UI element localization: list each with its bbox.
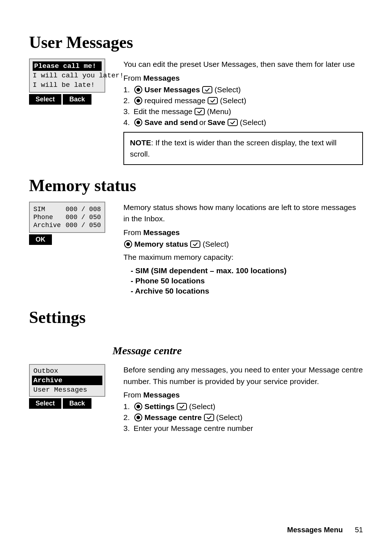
from-bold-3: Messages xyxy=(143,391,180,399)
footer-page-number: 51 xyxy=(355,526,363,534)
section-title-memory-status: Memory status xyxy=(29,176,363,195)
section-title-user-messages: User Messages xyxy=(29,33,363,52)
svg-rect-3 xyxy=(228,119,237,126)
user-messages-buttons: Select Back xyxy=(29,94,113,105)
from-label-1: From xyxy=(123,74,143,82)
svg-rect-6 xyxy=(204,414,214,421)
memory-label-phone: Phone xyxy=(33,214,53,221)
memory-status-description: Memory status shows how many locations a… xyxy=(123,202,363,225)
svg-rect-0 xyxy=(203,86,212,93)
mc-back-button[interactable]: Back xyxy=(63,398,91,409)
note-label: NOTE: If the text is wider than the scre… xyxy=(130,138,336,158)
select-icon-mc1 xyxy=(177,403,187,410)
menu-icon-m1 xyxy=(124,240,132,248)
section-settings: Settings Message centre Outbox Archive U… xyxy=(29,308,363,435)
mc-select-button[interactable]: Select xyxy=(29,398,61,409)
step-3-end: (Menu) xyxy=(207,107,231,116)
mc-step-num-3: 3. xyxy=(123,424,131,433)
mc-step-num-1: 1. xyxy=(123,402,131,411)
menu-icon-mc1 xyxy=(134,403,142,411)
memory-row-phone: Phone 000 / 050 xyxy=(33,213,102,221)
memory-status-content: SIM 000 / 008 Phone 000 / 050 Archive 00… xyxy=(29,202,363,297)
page-footer: Messages Menu 51 xyxy=(0,526,392,534)
select-icon-1 xyxy=(202,86,212,93)
select-icon-m1 xyxy=(190,241,200,248)
memory-screen: SIM 000 / 008 Phone 000 / 050 Archive 00… xyxy=(29,202,105,233)
footer-spacer xyxy=(345,526,353,534)
memory-step-end: (Select) xyxy=(203,240,229,249)
memory-row-archive: Archive 000 / 050 xyxy=(33,221,102,229)
mc-step-2: 2. Message centre (Select) xyxy=(123,413,363,422)
outbox-row-archive: Archive xyxy=(32,376,102,385)
from-messages-label-2: From Messages xyxy=(123,228,363,237)
message-centre-content: Outbox Archive User Messages Select Back… xyxy=(29,364,363,435)
menu-icon-4 xyxy=(134,118,142,126)
capacity-text: The maximum memory capacity: xyxy=(123,251,363,263)
from-messages-label-1: From Messages xyxy=(123,74,363,82)
mc-step-num-2: 2. xyxy=(123,413,131,422)
message-centre-instructions: Before sending any messages, you need to… xyxy=(123,364,363,435)
subsection-message-centre: Message centre xyxy=(113,344,363,357)
memory-value-archive: 000 / 050 xyxy=(66,222,101,229)
step-4-end: (Select) xyxy=(240,118,266,127)
step-4-text1: Save and send xyxy=(144,118,198,127)
step-3-text: Edit the message xyxy=(134,107,192,116)
step-num-2: 2. xyxy=(123,96,131,105)
ok-button[interactable]: OK xyxy=(29,234,52,245)
bullet-archive: Archive 50 locations xyxy=(123,287,363,295)
svg-rect-2 xyxy=(195,108,204,115)
outbox-row-outbox: Outbox xyxy=(32,366,102,376)
step-2: 2. required message (Select) xyxy=(123,96,363,105)
note-box: NOTE: If the text is wider than the scre… xyxy=(123,132,363,165)
bullet-sim: SIM (SIM dependent – max. 100 locations) xyxy=(123,266,363,275)
back-button[interactable]: Back xyxy=(63,94,91,105)
capacity-bullets: SIM (SIM dependent – max. 100 locations)… xyxy=(123,266,363,295)
step-1-end: (Select) xyxy=(215,85,241,94)
screen-row-2: I will call you later! xyxy=(33,71,102,80)
message-centre-phone: Outbox Archive User Messages Select Back xyxy=(29,364,113,409)
section-memory-status: Memory status SIM 000 / 008 Phone 000 / … xyxy=(29,176,363,297)
footer-text: Messages Menu 51 xyxy=(287,526,363,534)
step-2-text: required message xyxy=(144,96,205,105)
step-num-3: 3. xyxy=(123,107,131,116)
message-centre-steps: 1. Settings (Select) 2. xyxy=(123,402,363,433)
user-messages-description: You can edit the preset User Messages, t… xyxy=(123,58,363,70)
mc-step-1: 1. Settings (Select) xyxy=(123,402,363,411)
step-4: 4. Save and send or Save (Select) xyxy=(123,118,363,127)
memory-step-1: Memory status (Select) xyxy=(123,240,363,249)
screen-row-1: Please call me! xyxy=(33,61,102,71)
step-1-text: User Messages xyxy=(144,85,200,94)
memory-value-sim: 000 / 008 xyxy=(66,206,101,213)
mc-step-2-text: Message centre xyxy=(144,413,202,422)
user-messages-content: Please call me! I will call you later! I… xyxy=(29,58,363,165)
step-3: 3. Edit the message (Menu) xyxy=(123,107,363,116)
message-centre-description: Before sending any messages, you need to… xyxy=(123,364,363,387)
memory-status-instructions: Memory status shows how many locations a… xyxy=(123,202,363,297)
step-2-end: (Select) xyxy=(220,96,246,105)
user-messages-steps: 1. User Messages (Select) xyxy=(123,85,363,127)
from-label-3: From xyxy=(123,391,143,399)
step-4-or: or xyxy=(199,118,206,127)
footer-section-label: Messages Menu xyxy=(287,526,343,534)
subsection-title-message-centre: Message centre xyxy=(113,344,363,357)
from-bold-2: Messages xyxy=(143,228,180,237)
menu-icon-2 xyxy=(134,97,142,105)
mc-step-3-text: Enter your Message centre number xyxy=(134,424,253,433)
menu-icon-mc2 xyxy=(134,413,142,421)
mc-step-3: 3. Enter your Message centre number xyxy=(123,424,363,433)
select-button[interactable]: Select xyxy=(29,94,61,105)
user-messages-phone: Please call me! I will call you later! I… xyxy=(29,58,113,105)
page-content: User Messages Please call me! I will cal… xyxy=(0,0,392,457)
svg-rect-1 xyxy=(208,97,217,104)
select-icon-mc2 xyxy=(204,414,214,421)
memory-row-sim: SIM 000 / 008 xyxy=(33,205,102,213)
menu-icon-1 xyxy=(134,86,142,94)
step-1: 1. User Messages (Select) xyxy=(123,85,363,94)
memory-step-text: Memory status xyxy=(134,240,188,249)
svg-rect-5 xyxy=(177,403,187,410)
from-label-2: From xyxy=(123,228,143,237)
mc-step-1-end: (Select) xyxy=(189,402,215,411)
section-user-messages: User Messages Please call me! I will cal… xyxy=(29,33,363,165)
step-num-1: 1. xyxy=(123,85,131,94)
memory-label-sim: SIM xyxy=(33,206,45,213)
